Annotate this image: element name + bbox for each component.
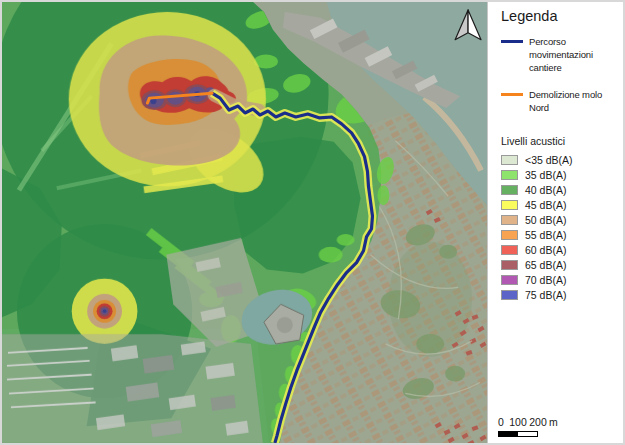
legend-panel: Legenda Percorso movimentazioni cantiere… bbox=[487, 2, 623, 443]
noise-level-row: 35 dB(A) bbox=[501, 169, 619, 181]
marina-industrial bbox=[2, 334, 263, 443]
scale-unit: m bbox=[549, 416, 558, 428]
level-swatch bbox=[501, 275, 518, 285]
noise-level-row: 65 dB(A) bbox=[501, 259, 619, 271]
map-canvas[interactable] bbox=[2, 2, 487, 443]
noise-level-row: 55 dB(A) bbox=[501, 229, 619, 241]
level-swatch bbox=[501, 200, 518, 210]
scale-bar: 0 100 200 m bbox=[498, 416, 568, 437]
level-swatch bbox=[501, 155, 518, 165]
level-swatch bbox=[501, 185, 518, 195]
map-export-window: Legenda Percorso movimentazioni cantiere… bbox=[0, 0, 625, 445]
route-line-swatch bbox=[501, 40, 523, 43]
noise-level-row: 40 dB(A) bbox=[501, 184, 619, 196]
demolition-line-swatch bbox=[501, 93, 523, 96]
noise-map bbox=[2, 2, 487, 443]
noise-level-row: 75 dB(A) bbox=[501, 289, 619, 301]
noise-level-row: 45 dB(A) bbox=[501, 199, 619, 211]
legend-title: Legenda bbox=[501, 8, 619, 24]
scale-tick-0: 0 bbox=[498, 416, 504, 428]
level-swatch bbox=[501, 245, 518, 255]
legend-item-route: Percorso movimentazioni cantiere bbox=[501, 36, 619, 74]
scale-tick-100: 100 bbox=[509, 416, 527, 428]
demolition-label: Demolizione molo Nord bbox=[529, 89, 619, 115]
level-swatch bbox=[501, 260, 518, 270]
noise-levels-title: Livelli acustici bbox=[501, 135, 619, 147]
level-swatch bbox=[501, 230, 518, 240]
noise-level-row: 50 dB(A) bbox=[501, 214, 619, 226]
level-swatch bbox=[501, 170, 518, 180]
route-label: Percorso movimentazioni cantiere bbox=[529, 36, 619, 74]
scale-bar-graphic bbox=[498, 431, 538, 437]
noise-level-row: 70 dB(A) bbox=[501, 274, 619, 286]
noise-level-row: 60 dB(A) bbox=[501, 244, 619, 256]
scale-tick-200: 200 bbox=[529, 416, 547, 428]
level-swatch bbox=[501, 215, 518, 225]
noise-level-row: <35 dB(A) bbox=[501, 154, 619, 166]
legend-item-demolition: Demolizione molo Nord bbox=[501, 89, 619, 115]
level-swatch bbox=[501, 290, 518, 300]
